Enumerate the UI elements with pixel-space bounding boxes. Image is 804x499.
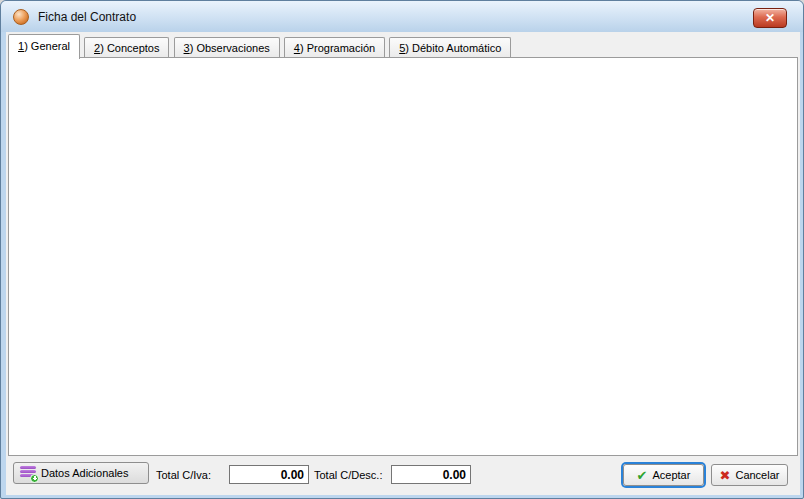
dialog-ficha-del-contrato: Ficha del Contrato ✕ 1) General 2) Conce…	[0, 0, 804, 499]
cancelar-button[interactable]: ✖ Cancelar	[711, 464, 788, 486]
app-icon	[13, 9, 29, 25]
close-icon: ✕	[765, 11, 775, 25]
close-button[interactable]: ✕	[753, 8, 787, 28]
tab-debito-automatico[interactable]: 5) Débito Automático	[389, 37, 511, 59]
x-icon: ✖	[720, 468, 731, 483]
aceptar-button[interactable]: ✔ Aceptar	[623, 464, 704, 486]
tab-conceptos[interactable]: 2) Conceptos	[84, 37, 169, 59]
total-desc-label: Total C/Desc.:	[314, 468, 382, 483]
tab-observaciones[interactable]: 3) Observaciones	[174, 37, 280, 59]
tab-programacion[interactable]: 4) Programación	[284, 37, 385, 59]
database-add-icon	[20, 466, 36, 481]
tab-page-general	[8, 57, 798, 456]
datos-adicionales-button[interactable]: Datos Adicionales	[13, 462, 149, 484]
window-title: Ficha del Contrato	[38, 10, 136, 24]
total-iva-label: Total C/Iva:	[156, 468, 211, 483]
total-desc-input[interactable]	[391, 465, 471, 484]
tab-general[interactable]: 1) General	[8, 34, 80, 59]
tab-strip: 1) General 2) Conceptos 3) Observaciones…	[8, 34, 512, 58]
total-iva-input[interactable]	[229, 465, 309, 484]
check-icon: ✔	[637, 468, 648, 483]
title-bar[interactable]: Ficha del Contrato ✕	[1, 1, 803, 32]
